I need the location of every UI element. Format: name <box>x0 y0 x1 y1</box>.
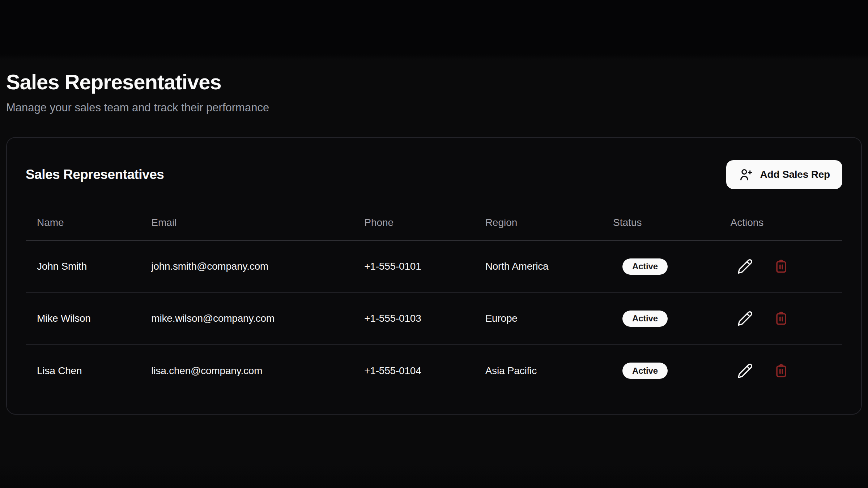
edit-button[interactable] <box>737 258 753 275</box>
name-cell: Lisa Chen <box>26 344 140 397</box>
column-header-name: Name <box>26 189 140 240</box>
email-cell: lisa.chen@company.com <box>140 344 353 397</box>
pencil-icon <box>737 311 753 326</box>
status-cell: Active <box>602 292 719 344</box>
user-plus-icon <box>739 167 753 182</box>
card-header: Sales Representatives Add Sales Rep <box>26 160 842 189</box>
status-badge: Active <box>622 363 668 379</box>
delete-button[interactable] <box>773 363 790 379</box>
status-badge: Active <box>622 258 668 275</box>
phone-cell: +1-555-0104 <box>353 344 474 397</box>
page-subtitle: Manage your sales team and track their p… <box>6 100 862 115</box>
table-row: John Smith john.smith@company.com +1-555… <box>26 240 842 292</box>
sales-reps-table: NameEmailPhoneRegionStatusActions John S… <box>26 189 842 397</box>
name-cell: Mike Wilson <box>26 292 140 344</box>
add-sales-rep-label: Add Sales Rep <box>760 169 830 180</box>
pencil-icon <box>737 258 753 274</box>
phone-cell: +1-555-0101 <box>353 240 474 292</box>
column-header-email: Email <box>140 189 353 240</box>
status-cell: Active <box>602 344 719 397</box>
trash-icon <box>774 311 789 326</box>
email-cell: mike.wilson@company.com <box>140 292 353 344</box>
add-sales-rep-button[interactable]: Add Sales Rep <box>726 160 842 189</box>
card-title: Sales Representatives <box>26 167 164 182</box>
column-header-region: Region <box>474 189 602 240</box>
actions-cell <box>719 344 842 397</box>
table-header-row: NameEmailPhoneRegionStatusActions <box>26 189 842 240</box>
table-row: Lisa Chen lisa.chen@company.com +1-555-0… <box>26 344 842 397</box>
actions-cell <box>719 240 842 292</box>
status-badge: Active <box>622 311 668 327</box>
edit-button[interactable] <box>737 363 753 379</box>
region-cell: Europe <box>474 292 602 344</box>
column-header-phone: Phone <box>353 189 474 240</box>
page-title: Sales Representatives <box>6 70 862 94</box>
email-cell: john.smith@company.com <box>140 240 353 292</box>
row-actions <box>737 258 839 275</box>
column-header-actions: Actions <box>719 189 842 240</box>
edit-button[interactable] <box>737 310 753 327</box>
delete-button[interactable] <box>773 310 790 327</box>
pencil-icon <box>737 363 753 379</box>
column-header-status: Status <box>602 189 719 240</box>
table-row: Mike Wilson mike.wilson@company.com +1-5… <box>26 292 842 344</box>
page-header: Sales Representatives Manage your sales … <box>6 0 862 115</box>
trash-icon <box>774 259 789 274</box>
phone-cell: +1-555-0103 <box>353 292 474 344</box>
delete-button[interactable] <box>773 258 790 275</box>
page: Sales Representatives Manage your sales … <box>0 0 868 488</box>
name-cell: John Smith <box>26 240 140 292</box>
region-cell: North America <box>474 240 602 292</box>
sales-reps-card: Sales Representatives Add Sales Rep <box>6 137 862 415</box>
row-actions <box>737 363 839 379</box>
trash-icon <box>774 363 789 378</box>
row-actions <box>737 310 839 327</box>
region-cell: Asia Pacific <box>474 344 602 397</box>
status-cell: Active <box>602 240 719 292</box>
actions-cell <box>719 292 842 344</box>
